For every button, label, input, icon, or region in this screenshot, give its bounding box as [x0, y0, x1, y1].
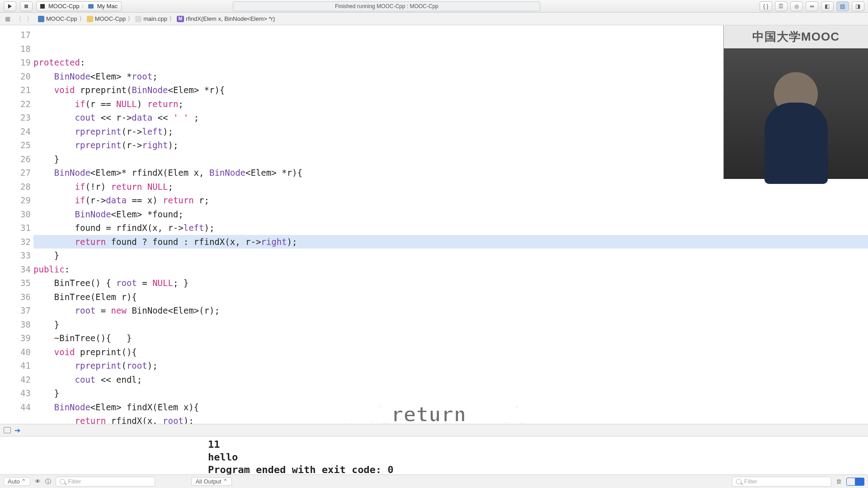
forward-button[interactable]: 〉 — [24, 14, 34, 23]
auto-label: Auto — [8, 478, 20, 485]
code-line[interactable]: if(r->data == x) return r; — [33, 193, 868, 207]
code-line[interactable]: public: — [33, 263, 868, 277]
presenter-figure — [724, 48, 868, 179]
debug-bar: ➔ — [0, 424, 868, 436]
breadcrumb-segment[interactable]: MOOC-Cpp — [36, 15, 79, 22]
panel-right-button[interactable]: ◨ — [852, 1, 864, 11]
breadcrumb-segment[interactable]: main.cpp — [133, 15, 169, 22]
assistant-editor-button[interactable]: ☰ — [775, 1, 788, 11]
scheme-selector[interactable]: MOOC-Cpp 〉 My Mac — [36, 1, 122, 11]
code-line[interactable]: void preprint(){ — [33, 345, 868, 359]
method-icon: M — [177, 16, 184, 22]
breadcrumb-label: MOOC-Cpp — [46, 15, 77, 22]
status-text: Finished running MOOC-Cpp : MOOC-Cpp — [335, 3, 439, 9]
code-line[interactable]: } — [33, 386, 868, 400]
code-line[interactable]: BinTree(Elem r){ — [33, 290, 868, 304]
code-line[interactable]: } — [33, 249, 868, 263]
breadcrumb-label: main.cpp — [143, 15, 167, 22]
ide-toolbar: MOOC-Cpp 〉 My Mac Finished running MOOC-… — [0, 0, 868, 13]
filter-placeholder: Filter — [68, 478, 81, 485]
code-line[interactable]: root = new BinNode<Elem>(r); — [33, 304, 868, 318]
proj-icon — [38, 16, 44, 22]
jump-bar: ▦ 〈 〉 MOOC-Cpp〉MOOC-Cpp〉main.cpp〉MrfindX… — [0, 13, 868, 25]
variables-view-selector[interactable]: Auto ⌃ — [4, 477, 30, 486]
info-icon[interactable]: ⓘ — [45, 478, 51, 486]
code-line[interactable]: ~BinTree(){ } — [33, 331, 868, 345]
version-editor-button[interactable]: ◎ — [790, 1, 803, 11]
review-button[interactable]: ⇔ — [806, 1, 818, 11]
folder-icon — [87, 16, 93, 22]
chevron-right-icon: 〉 — [169, 15, 175, 23]
code-line[interactable]: return found ? found : rfindX(x, r->righ… — [33, 235, 868, 249]
mac-icon — [88, 4, 94, 9]
code-line[interactable]: cout << endl; — [33, 373, 868, 387]
breadcrumb-label: MOOC-Cpp — [95, 15, 126, 22]
back-button[interactable]: 〈 — [14, 14, 24, 23]
output-console[interactable]: 11 hello Program ended with exit code: 0 — [0, 436, 868, 474]
breadcrumb-segment[interactable]: MOOC-Cpp — [85, 15, 128, 22]
console-output-selector[interactable]: All Output ⌃ — [191, 477, 232, 486]
code-line[interactable]: BinNode<Elem> findX(Elem x){ — [33, 400, 868, 414]
code-line[interactable]: BinTree() { root = NULL; } — [33, 276, 868, 290]
stop-button[interactable] — [20, 1, 33, 11]
trash-icon[interactable]: 🗑 — [836, 478, 842, 485]
eye-icon[interactable]: 👁 — [35, 478, 41, 485]
chevron-right-icon: 〉 — [127, 15, 133, 23]
code-line[interactable]: } — [33, 318, 868, 332]
editor-area: 1718192021222324252627282930313233343536… — [0, 25, 868, 424]
code-line[interactable]: found = rfindX(x, r->left); — [33, 221, 868, 235]
search-icon — [60, 479, 65, 484]
cpp-icon — [135, 16, 142, 22]
filter-placeholder: Filter — [744, 478, 757, 485]
run-button[interactable] — [4, 1, 16, 11]
breadcrumb[interactable]: MOOC-Cpp〉MOOC-Cpp〉main.cpp〉MrfindX(Elem … — [36, 15, 277, 23]
search-icon — [736, 479, 741, 484]
console-filter-input[interactable]: Filter — [732, 477, 831, 487]
mooc-logo: 中国大学MOOC — [724, 25, 868, 48]
line-number-gutter: 1718192021222324252627282930313233343536… — [0, 25, 31, 424]
chevron-right-icon: 〉 — [79, 15, 85, 23]
code-line[interactable]: rpreprint(root); — [33, 359, 868, 373]
code-line[interactable]: if(!r) return NULL; — [33, 180, 868, 194]
square-icon — [40, 4, 45, 9]
code-line[interactable]: return rfindX(x, root); — [33, 414, 868, 424]
chevron-right-icon: 〉 — [81, 3, 86, 9]
console-pane-toggle[interactable] — [846, 478, 864, 486]
scheme-project-label: MOOC-Cpp — [48, 3, 80, 9]
toggle-breakpoints-icon[interactable] — [4, 427, 11, 433]
panel-bottom-button[interactable]: ▤ — [836, 1, 849, 11]
standard-editor-button[interactable]: { } — [760, 1, 772, 11]
variables-filter-input[interactable]: Filter — [56, 477, 155, 487]
continue-arrow-icon[interactable]: ➔ — [14, 426, 20, 435]
activity-status: Finished running MOOC-Cpp : MOOC-Cpp — [233, 1, 540, 11]
panel-left-button[interactable]: ◧ — [821, 1, 834, 11]
webcam-overlay: 中国大学MOOC — [723, 25, 868, 179]
related-items-button[interactable]: ▦ — [3, 14, 13, 23]
breadcrumb-label: rfindX(Elem x, BinNode<Elem> *r) — [186, 15, 275, 22]
scheme-target-label: My Mac — [97, 3, 118, 9]
breadcrumb-segment[interactable]: MrfindX(Elem x, BinNode<Elem> *r) — [175, 15, 277, 22]
output-label: All Output — [195, 478, 221, 485]
code-line[interactable]: BinNode<Elem> *found; — [33, 207, 868, 221]
bottom-toolbar: Auto ⌃ 👁 ⓘ Filter All Output ⌃ Filter 🗑 — [0, 474, 868, 488]
